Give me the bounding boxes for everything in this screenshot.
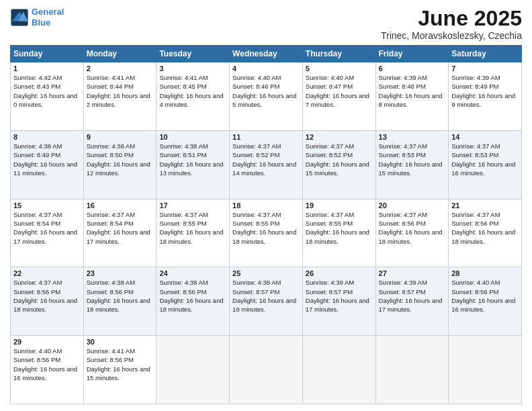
day-26: 26 Sunrise: 4:39 AMSunset: 8:57 PMDaylig… [302,267,375,336]
logo-line1: General [32,7,64,17]
day-20: 20 Sunrise: 4:37 AMSunset: 8:56 PMDaylig… [375,199,449,267]
day-7: 7 Sunrise: 4:39 AMSunset: 8:49 PMDayligh… [449,62,522,131]
header: General Blue June 2025 Trinec, Moravskos… [10,7,522,41]
col-saturday: Saturday [449,46,522,62]
calendar-row-2: 8 Sunrise: 4:38 AMSunset: 8:49 PMDayligh… [11,130,522,199]
day-6: 6 Sunrise: 4:39 AMSunset: 8:48 PMDayligh… [375,62,449,131]
day-28: 28 Sunrise: 4:40 AMSunset: 8:56 PMDaylig… [449,267,522,336]
day-25: 25 Sunrise: 4:38 AMSunset: 8:57 PMDaylig… [230,267,303,336]
day-19: 19 Sunrise: 4:37 AMSunset: 8:55 PMDaylig… [302,199,375,267]
title-block: June 2025 Trinec, Moravskoslezsky, Czech… [381,7,522,41]
empty-cell-4 [375,336,449,404]
calendar-header-row: Sunday Monday Tuesday Wednesday Thursday… [11,46,522,62]
month-title: June 2025 [381,7,522,30]
day-13: 13 Sunrise: 4:37 AMSunset: 8:53 PMDaylig… [375,130,449,199]
calendar-row-3: 15 Sunrise: 4:37 AMSunset: 8:54 PMDaylig… [11,199,522,267]
col-monday: Monday [83,46,157,62]
logo-text: General Blue [32,7,64,28]
logo: General Blue [10,7,64,28]
calendar-row-5: 29 Sunrise: 4:40 AMSunset: 8:56 PMDaylig… [11,336,522,404]
empty-cell-1 [157,336,230,404]
day-3: 3 Sunrise: 4:41 AMSunset: 8:45 PMDayligh… [157,62,230,131]
day-27: 27 Sunrise: 4:39 AMSunset: 8:57 PMDaylig… [375,267,449,336]
day-4: 4 Sunrise: 4:40 AMSunset: 8:46 PMDayligh… [230,62,303,131]
day-9: 9 Sunrise: 4:38 AMSunset: 8:50 PMDayligh… [83,130,157,199]
calendar-row-1: 1 Sunrise: 4:42 AMSunset: 8:43 PMDayligh… [11,62,522,131]
empty-cell-5 [449,336,522,404]
empty-cell-2 [230,336,303,404]
day-16: 16 Sunrise: 4:37 AMSunset: 8:54 PMDaylig… [83,199,157,267]
day-30: 30 Sunrise: 4:41 AMSunset: 8:56 PMDaylig… [83,336,157,404]
location-subtitle: Trinec, Moravskoslezsky, Czechia [381,30,522,41]
col-tuesday: Tuesday [157,46,230,62]
day-15: 15 Sunrise: 4:37 AMSunset: 8:54 PMDaylig… [11,199,84,267]
day-10: 10 Sunrise: 4:38 AMSunset: 8:51 PMDaylig… [157,130,230,199]
col-friday: Friday [375,46,449,62]
day-29: 29 Sunrise: 4:40 AMSunset: 8:56 PMDaylig… [11,336,84,404]
calendar-table: Sunday Monday Tuesday Wednesday Thursday… [10,45,522,404]
col-thursday: Thursday [302,46,375,62]
day-24: 24 Sunrise: 4:38 AMSunset: 8:56 PMDaylig… [157,267,230,336]
day-1: 1 Sunrise: 4:42 AMSunset: 8:43 PMDayligh… [11,62,84,131]
logo-icon [10,8,29,27]
empty-cell-3 [302,336,375,404]
day-2: 2 Sunrise: 4:41 AMSunset: 8:44 PMDayligh… [83,62,157,131]
calendar-row-4: 22 Sunrise: 4:37 AMSunset: 8:56 PMDaylig… [11,267,522,336]
day-18: 18 Sunrise: 4:37 AMSunset: 8:55 PMDaylig… [230,199,303,267]
day-21: 21 Sunrise: 4:37 AMSunset: 8:56 PMDaylig… [449,199,522,267]
day-5: 5 Sunrise: 4:40 AMSunset: 8:47 PMDayligh… [302,62,375,131]
day-17: 17 Sunrise: 4:37 AMSunset: 8:55 PMDaylig… [157,199,230,267]
day-22: 22 Sunrise: 4:37 AMSunset: 8:56 PMDaylig… [11,267,84,336]
col-sunday: Sunday [11,46,84,62]
day-8: 8 Sunrise: 4:38 AMSunset: 8:49 PMDayligh… [11,130,84,199]
day-11: 11 Sunrise: 4:37 AMSunset: 8:52 PMDaylig… [230,130,303,199]
day-14: 14 Sunrise: 4:37 AMSunset: 8:53 PMDaylig… [449,130,522,199]
logo-line2: Blue [32,17,50,28]
day-23: 23 Sunrise: 4:38 AMSunset: 8:56 PMDaylig… [83,267,157,336]
col-wednesday: Wednesday [230,46,303,62]
day-12: 12 Sunrise: 4:37 AMSunset: 8:52 PMDaylig… [302,130,375,199]
page: General Blue June 2025 Trinec, Moravskos… [0,0,532,411]
